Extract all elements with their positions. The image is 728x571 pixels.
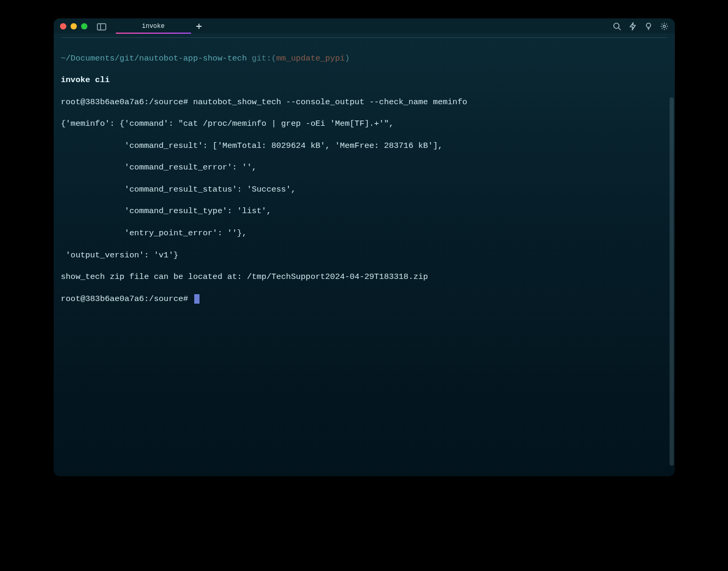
output-line: {'meminfo': {'command': "cat /proc/memin…	[61, 118, 667, 129]
prompt-path: ~/Documents/git/nautobot-app-show-tech	[61, 54, 247, 63]
output-line: 'command_result_type': 'list',	[61, 206, 667, 217]
svg-point-7	[646, 23, 651, 27]
svg-point-4	[614, 23, 619, 28]
prompt-idle: root@383b6ae0a7a6:/source#	[61, 294, 667, 305]
prompt-text: root@383b6ae0a7a6:/source#	[61, 294, 193, 304]
terminal-output[interactable]: ~/Documents/git/nautobot-app-show-tech g…	[54, 38, 675, 476]
scrollbar-thumb[interactable]	[670, 97, 674, 466]
maximize-window-button[interactable]	[81, 23, 87, 29]
search-icon[interactable]	[613, 22, 621, 31]
terminal-window: invoke	[54, 18, 675, 476]
close-window-button[interactable]	[60, 23, 66, 29]
output-line: 'command_result': ['MemTotal: 8029624 kB…	[61, 141, 667, 152]
gear-icon[interactable]	[660, 22, 669, 31]
window-controls	[60, 23, 87, 29]
command-nautobot: root@383b6ae0a7a6:/source# nautobot_show…	[61, 97, 667, 108]
output-line: 'entry_point_error': ''},	[61, 228, 667, 239]
zip-line: show_tech zip file can be located at: /t…	[61, 272, 667, 283]
svg-line-5	[619, 28, 621, 30]
new-tab-button[interactable]	[191, 18, 207, 34]
titlebar: invoke	[54, 18, 675, 34]
output-line: 'command_result_status': 'Success',	[61, 184, 667, 195]
svg-point-10	[663, 25, 665, 27]
panel-layout-icon[interactable]	[97, 23, 105, 29]
tab-label: invoke	[142, 23, 165, 30]
output-line: 'output_version': 'v1'}	[61, 250, 667, 261]
tab-bar: invoke	[116, 18, 207, 34]
minimize-window-button[interactable]	[71, 23, 77, 29]
bolt-icon[interactable]	[629, 22, 637, 31]
bulb-icon[interactable]	[644, 22, 653, 31]
git-close: )	[345, 54, 350, 63]
command-invoke: invoke cli	[61, 75, 667, 86]
git-branch: mm_update_pypi	[276, 54, 345, 63]
tab-invoke[interactable]: invoke	[116, 18, 191, 34]
svg-rect-0	[97, 24, 106, 30]
git-label: git:(	[247, 54, 276, 63]
svg-marker-6	[630, 23, 635, 30]
output-line: 'command_result_error': '',	[61, 162, 667, 173]
cursor	[194, 294, 200, 304]
titlebar-actions	[613, 22, 669, 31]
prompt-line: ~/Documents/git/nautobot-app-show-tech g…	[61, 53, 667, 64]
